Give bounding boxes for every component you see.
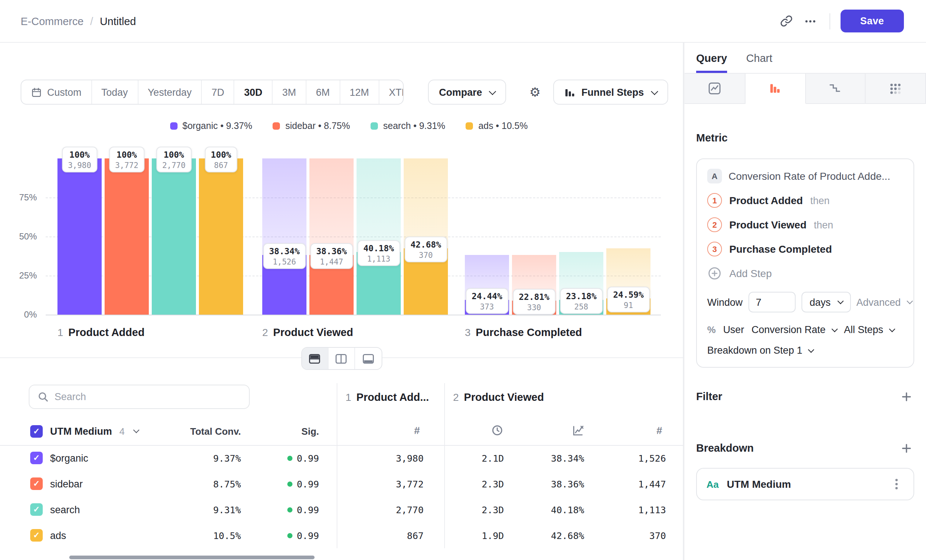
table-search[interactable] (29, 384, 250, 409)
row-checkbox[interactable]: ✓ (30, 503, 43, 516)
metric-step-2[interactable]: 2Product Viewedthen (707, 217, 903, 232)
entity-label[interactable]: User (723, 324, 744, 335)
save-button[interactable]: Save (840, 9, 904, 32)
cell-sig: 0.99 (253, 453, 319, 463)
range-button-custom[interactable]: Custom (21, 80, 92, 104)
range-button-today[interactable]: Today (92, 80, 138, 104)
cell-avg-time: 2.1D (437, 453, 504, 463)
bar-product-added-organic[interactable] (57, 159, 102, 315)
total-conv-column-header[interactable]: Total Conv. (175, 426, 241, 437)
select-all-checkbox[interactable]: ✓ (30, 425, 43, 437)
range-button-7d[interactable]: 7D (202, 80, 235, 104)
row-name: $organic (50, 453, 88, 463)
bar-product-added-search[interactable] (152, 159, 196, 315)
breakdown-options-button[interactable] (889, 475, 904, 493)
metric-step-3[interactable]: 3Purchase Completed (707, 242, 903, 256)
row-name: sidebar (50, 478, 83, 489)
legend-text: search • 9.31% (383, 121, 445, 131)
compare-button[interactable]: Compare (428, 80, 507, 104)
metric-step-1[interactable]: 1Product Addedthen (707, 193, 903, 208)
bar-value-label: 24.59%91 (607, 286, 649, 312)
table-row-search[interactable]: ✓search9.31%0.992,7702.3D40.18%1,113 (0, 496, 683, 522)
viz-flows-tab[interactable] (866, 73, 926, 104)
app-window: E-Commerce / Untitled Save CustomTodayYe… (0, 0, 926, 560)
breadcrumb-project[interactable]: E-Commerce (21, 15, 83, 27)
row-name: search (50, 504, 80, 515)
bar-product-added-ads[interactable] (199, 159, 243, 315)
more-options-button[interactable] (798, 9, 822, 33)
chevron-down-icon (489, 87, 496, 95)
legend-item-ads[interactable]: ads • 10.5% (466, 121, 528, 131)
tab-query[interactable]: Query (696, 52, 727, 73)
breakdown-on-step-dropdown[interactable]: Breakdown on Step 1 (707, 345, 813, 356)
breadcrumb-report-name[interactable]: Untitled (100, 15, 136, 27)
steps-scope-dropdown[interactable]: All Steps (844, 324, 894, 335)
range-button-30d[interactable]: 30D (235, 80, 273, 104)
visualization-selector[interactable]: Funnel Steps (553, 80, 668, 104)
metric-card: A Conversion Rate of Product Adde... 1Pr… (696, 159, 914, 368)
viz-insights-tab[interactable] (684, 73, 746, 104)
y-axis-tick: 25% (0, 271, 37, 281)
cell-avg-time: 2.3D (437, 478, 504, 489)
row-checkbox[interactable]: ✓ (30, 452, 43, 464)
measure-label: Conversion Rate (751, 324, 825, 335)
range-button-yesterday[interactable]: Yesterday (138, 80, 202, 104)
metric-header[interactable]: A Conversion Rate of Product Adde... (707, 169, 903, 183)
count-column-hash-icon-2[interactable]: # (653, 423, 666, 438)
legend-item-organic[interactable]: $organic • 9.37% (170, 121, 252, 131)
range-button-xtd[interactable]: XTD (380, 80, 404, 104)
chart-settings-button[interactable]: ⚙ (524, 80, 546, 104)
count-column-hash-icon[interactable]: # (410, 423, 424, 438)
steps-scope-label: All Steps (844, 324, 883, 335)
range-button-3m[interactable]: 3M (272, 80, 306, 104)
window-value-input[interactable] (749, 292, 796, 312)
bottom-panel-icon (362, 353, 374, 364)
range-button-12m[interactable]: 12M (340, 80, 380, 104)
bar-value-label: 23.18%258 (560, 289, 602, 314)
legend-item-search[interactable]: search • 9.31% (371, 121, 445, 131)
range-button-6m[interactable]: 6M (306, 80, 340, 104)
layout-split-vertical-button[interactable] (328, 348, 355, 369)
breakdown-on-step-row: Breakdown on Step 1 (707, 345, 903, 356)
avg-time-column-icon[interactable] (491, 423, 504, 438)
breakdown-section: Breakdown (696, 440, 914, 456)
step-connector-label: then (814, 219, 834, 230)
layout-bottom-panel-button[interactable] (355, 348, 381, 369)
breakdown-item[interactable]: Aa UTM Medium (696, 468, 914, 500)
measure-dropdown[interactable]: Conversion Rate (751, 324, 837, 335)
calendar-icon (31, 86, 42, 98)
viz-retention-tab[interactable] (806, 73, 866, 104)
legend-item-sidebar[interactable]: sidebar • 8.75% (273, 121, 350, 131)
window-unit-select[interactable]: days (802, 292, 850, 312)
compare-label: Compare (439, 86, 482, 98)
sig-column-header[interactable]: Sig. (253, 426, 319, 437)
bar-product-added-sidebar[interactable] (104, 159, 149, 315)
share-link-button[interactable] (775, 9, 798, 33)
layout-split-horizontal-button[interactable] (302, 348, 328, 369)
table-row-sidebar[interactable]: ✓sidebar8.75%0.993,7722.3D38.36%1,447 (0, 471, 683, 496)
row-checkbox[interactable]: ✓ (30, 529, 43, 542)
visualization-tab-bar (684, 73, 926, 104)
search-icon (38, 391, 48, 402)
chevron-down-icon (651, 87, 658, 95)
breakdown-column-header[interactable]: ✓ UTM Medium 4 (30, 423, 139, 439)
add-breakdown-button[interactable] (898, 440, 914, 456)
table-row-ads[interactable]: ✓ads10.5%0.998671.9D42.68%370 (0, 522, 683, 548)
viz-funnel-tab[interactable] (746, 73, 806, 104)
step-connector-label: then (810, 195, 830, 206)
horizontal-scrollbar[interactable] (69, 555, 315, 559)
row-checkbox[interactable]: ✓ (30, 477, 43, 490)
advanced-button[interactable]: Advanced (856, 297, 912, 308)
tab-chart[interactable]: Chart (746, 52, 772, 73)
measurement-row: % User Conversion Rate All Steps (707, 324, 903, 335)
add-step-button[interactable]: Add Step (707, 266, 903, 281)
search-input[interactable] (54, 391, 241, 402)
step-event-name: Product Viewed (729, 219, 806, 231)
table-row-organic[interactable]: ✓$organic9.37%0.993,9802.1D38.34%1,526 (0, 445, 683, 471)
bar-value-label: 100%867 (205, 147, 237, 173)
conversion-trend-column-icon[interactable] (571, 423, 584, 438)
column-group-step2: 2Product Viewed (453, 390, 544, 404)
chevron-down-icon (133, 427, 139, 433)
add-filter-button[interactable] (898, 388, 914, 404)
chevron-down-icon (906, 298, 913, 304)
